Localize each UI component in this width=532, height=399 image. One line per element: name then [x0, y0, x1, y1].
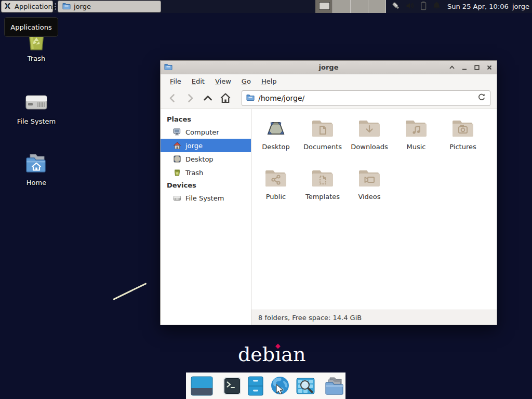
application-finder-launcher[interactable]: [296, 377, 315, 395]
sidebar-item-label: jorge: [185, 142, 203, 150]
sidebar-item-label: File System: [185, 194, 224, 202]
directory-menu-launcher[interactable]: [325, 376, 345, 396]
user-menu[interactable]: jorge: [512, 0, 529, 13]
pictures-folder-icon: [450, 116, 475, 141]
taskbar-window-label: jorge: [74, 3, 91, 10]
public-folder-icon: [263, 166, 288, 191]
desktop-icon: [173, 155, 181, 163]
workspace-window-thumb: [319, 2, 330, 10]
file-label: Desktop: [262, 143, 290, 151]
folders-stack-icon: [325, 376, 345, 396]
file-documents[interactable]: Documents: [299, 116, 346, 166]
show-desktop-button[interactable]: [191, 376, 213, 396]
volume-tray-icon[interactable]: [405, 1, 415, 12]
forward-button[interactable]: [181, 90, 199, 106]
applications-label: Applications: [15, 3, 56, 10]
desktop-icon-home[interactable]: Home: [9, 151, 63, 187]
hard-drive-icon: [173, 194, 181, 202]
menu-help[interactable]: Help: [256, 75, 282, 87]
sidebar-item-trash[interactable]: Trash: [161, 166, 251, 179]
file-music[interactable]: Music: [393, 116, 440, 166]
file-label: Templates: [305, 193, 340, 201]
terminal-launcher[interactable]: [222, 376, 242, 396]
workspace-2[interactable]: [333, 0, 351, 13]
minimize-button[interactable]: [461, 64, 468, 71]
file-cabinet-icon: [247, 376, 264, 396]
xfce-logo-icon: [4, 2, 11, 11]
hard-drive-icon: [24, 90, 49, 115]
home-icon: [173, 141, 181, 150]
file-manager-launcher[interactable]: [247, 376, 264, 396]
home-button[interactable]: [217, 90, 234, 106]
file-public[interactable]: Public: [252, 166, 299, 216]
file-templates[interactable]: Templates: [299, 166, 346, 216]
location-bar[interactable]: /home/jorge/: [242, 90, 490, 106]
trash-icon: [173, 168, 181, 177]
device-tray-icon[interactable]: [391, 1, 401, 12]
debian-logo: debıan: [238, 343, 305, 366]
sidebar-item-file-system[interactable]: File System: [161, 191, 251, 205]
home-folder-icon: [24, 151, 49, 176]
menu-file[interactable]: File: [165, 75, 187, 87]
videos-folder-icon: [357, 166, 382, 191]
window-titlebar[interactable]: jorge: [161, 61, 497, 74]
menubar: File Edit View Go Help: [161, 74, 497, 88]
battery-tray-icon[interactable]: [419, 1, 428, 12]
menu-go[interactable]: Go: [236, 75, 256, 87]
file-videos[interactable]: Videos: [346, 166, 393, 216]
system-tray: [391, 0, 441, 13]
applications-menu-button[interactable]: Applications: [1, 1, 53, 12]
shade-button[interactable]: [448, 64, 455, 71]
workspace-4[interactable]: [368, 0, 386, 13]
back-button[interactable]: [164, 90, 181, 106]
desktop-icon-file-system[interactable]: File System: [9, 90, 63, 125]
file-label: Pictures: [449, 143, 476, 151]
desktop[interactable]: Applications jorge: [0, 0, 532, 399]
file-label: Downloads: [351, 143, 388, 151]
documents-folder-icon: [310, 116, 335, 141]
reload-icon[interactable]: [477, 93, 486, 103]
file-manager-window: jorge File Edit View Go Help: [160, 60, 497, 325]
desktop-pad-icon: [263, 116, 288, 141]
up-button[interactable]: [199, 90, 217, 106]
places-header: Places: [161, 113, 251, 125]
sidebar-item-label: Trash: [185, 169, 203, 177]
file-view[interactable]: Desktop Documents: [251, 109, 497, 310]
statusbar: 8 folders, Free space: 14.4 GiB: [251, 310, 497, 325]
tooltip-text: Applications: [10, 23, 51, 31]
app-finder-icon: [296, 377, 315, 395]
workspace-1[interactable]: [315, 0, 333, 13]
file-label: Public: [266, 193, 286, 201]
sidebar-item-jorge[interactable]: jorge: [161, 139, 251, 152]
path-input[interactable]: /home/jorge/: [258, 94, 474, 102]
file-label: Documents: [303, 143, 342, 151]
menu-view[interactable]: View: [210, 75, 236, 87]
devices-header: Devices: [161, 179, 251, 191]
web-browser-launcher[interactable]: [269, 375, 291, 397]
maximize-button[interactable]: [473, 64, 480, 71]
file-pictures[interactable]: Pictures: [440, 116, 486, 166]
computer-icon: [173, 128, 181, 136]
menu-edit[interactable]: Edit: [187, 75, 210, 87]
file-desktop[interactable]: Desktop: [252, 116, 299, 166]
file-downloads[interactable]: Downloads: [346, 116, 393, 166]
close-button[interactable]: [486, 64, 493, 71]
terminal-icon: [222, 376, 242, 396]
clock[interactable]: Sun 25 Apr, 10:06: [447, 0, 509, 13]
sidebar-item-label: Desktop: [185, 155, 214, 163]
window-title: jorge: [161, 63, 497, 71]
notifications-bell-icon[interactable]: [432, 1, 441, 12]
sidebar-item-desktop[interactable]: Desktop: [161, 152, 251, 166]
workspace-3[interactable]: [351, 0, 368, 13]
panel-separator-handle: [54, 3, 57, 10]
show-desktop-icon: [191, 376, 213, 396]
desktop-icon-label: File System: [9, 117, 63, 125]
file-label: Videos: [358, 193, 380, 201]
workspace-switcher[interactable]: [315, 0, 386, 13]
desktop-icon-label: Home: [9, 179, 63, 187]
sidebar-item-computer[interactable]: Computer: [161, 125, 251, 139]
sidebar-item-label: Computer: [185, 128, 219, 136]
applications-tooltip: Applications: [4, 17, 58, 37]
file-label: Music: [407, 143, 426, 151]
taskbar-window-button[interactable]: jorge: [58, 1, 161, 12]
